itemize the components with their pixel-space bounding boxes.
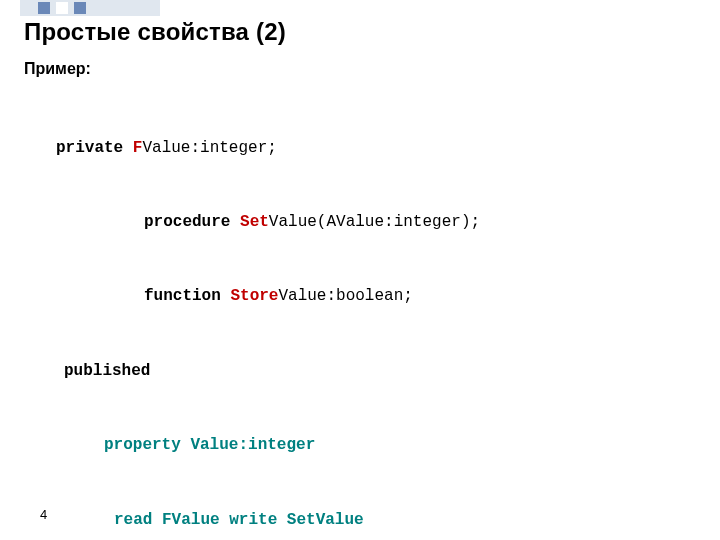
code-block-example: private FValue:integer; procedure SetVal… bbox=[24, 86, 696, 540]
code-line: procedure SetValue(AValue:integer); bbox=[24, 210, 696, 235]
kw-function: function bbox=[144, 287, 221, 305]
token-store: Store bbox=[230, 287, 278, 305]
slide-content: Простые свойства (2) Пример: private FVa… bbox=[0, 0, 720, 540]
kw-published: published bbox=[64, 362, 150, 380]
token-set: Set bbox=[240, 213, 269, 231]
code-text: Value:boolean; bbox=[278, 287, 412, 305]
code-line: published bbox=[24, 359, 696, 384]
kw-procedure: procedure bbox=[144, 213, 230, 231]
kw-private: private bbox=[56, 139, 123, 157]
token-f: F bbox=[133, 139, 143, 157]
prop-line-1: property Value:integer bbox=[104, 436, 315, 454]
code-line: function StoreValue:boolean; bbox=[24, 284, 696, 309]
code-line: private FValue:integer; bbox=[24, 136, 696, 161]
prop-line-2: read FValue write SetValue bbox=[114, 511, 364, 529]
code-line: read FValue write SetValue bbox=[24, 508, 696, 533]
code-text: Value(AValue:integer); bbox=[269, 213, 480, 231]
slide-title: Простые свойства (2) bbox=[24, 18, 696, 46]
example-heading: Пример: bbox=[24, 60, 696, 78]
code-text: Value:integer; bbox=[142, 139, 276, 157]
code-line: property Value:integer bbox=[24, 433, 696, 458]
